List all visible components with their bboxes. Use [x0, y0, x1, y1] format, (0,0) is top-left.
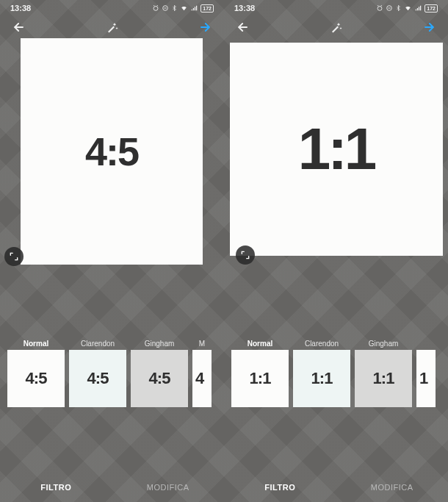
battery-icon: 172	[200, 4, 214, 12]
svg-point-2	[377, 7, 382, 11]
filter-gingham[interactable]: Gingham 4:5	[131, 337, 188, 407]
tab-filter[interactable]: FILTRO	[0, 483, 112, 492]
image-preview[interactable]: 1:1	[230, 43, 443, 256]
bluetooth-icon	[171, 4, 178, 12]
screenshot-left: 13:38 172	[0, 0, 224, 502]
clock: 13:38	[10, 4, 31, 12]
back-button[interactable]	[9, 17, 29, 37]
filter-gingham[interactable]: Gingham 1:1	[355, 337, 412, 407]
bluetooth-icon	[395, 4, 402, 12]
bottom-tabs: FILTRO MODIFICA	[224, 473, 448, 502]
screenshot-right: 13:38 172	[224, 0, 448, 502]
image-preview-area: 1:1	[224, 38, 448, 273]
filter-normal[interactable]: Normal 4:5	[7, 337, 65, 407]
filter-thumbnail: 1:1	[355, 350, 412, 407]
magic-wand-button[interactable]	[102, 17, 123, 37]
filter-label: Normal	[248, 337, 272, 350]
filter-label: Clarendon	[305, 337, 339, 350]
filter-thumbnail: 4	[192, 350, 212, 407]
dnd-icon	[386, 4, 393, 12]
next-button[interactable]	[195, 17, 215, 37]
tab-filter[interactable]: FILTRO	[224, 483, 336, 492]
filter-strip[interactable]: Normal 1:1 Clarendon 1:1 Gingham 1:1 1	[224, 337, 448, 416]
status-bar: 13:38 172	[224, 0, 448, 16]
filter-label: Clarendon	[81, 337, 115, 350]
filter-label: M	[199, 337, 205, 350]
toolbar	[224, 16, 448, 38]
filter-label: Normal	[24, 337, 48, 350]
filter-thumbnail: 1:1	[293, 350, 350, 407]
expand-crop-button[interactable]	[4, 247, 24, 266]
svg-point-0	[153, 7, 158, 11]
filter-thumbnail: 1:1	[231, 350, 289, 407]
filter-thumbnail: 4:5	[7, 350, 65, 407]
filter-clarendon[interactable]: Clarendon 4:5	[69, 337, 126, 407]
filter-thumbnail: 4:5	[131, 350, 188, 407]
alarm-icon	[152, 4, 159, 12]
dnd-icon	[162, 4, 169, 12]
toolbar	[0, 16, 224, 38]
image-preview-area: 4:5	[0, 38, 224, 273]
tab-edit[interactable]: MODIFICA	[336, 483, 449, 492]
wifi-icon	[404, 4, 412, 12]
status-bar: 13:38 172	[0, 0, 224, 16]
filter-moon[interactable]: 1	[416, 337, 436, 407]
signal-icon	[190, 4, 198, 12]
bottom-tabs: FILTRO MODIFICA	[0, 473, 224, 502]
signal-icon	[414, 4, 422, 12]
expand-crop-button[interactable]	[236, 245, 255, 265]
filter-strip[interactable]: Normal 4:5 Clarendon 4:5 Gingham 4:5 M 4	[0, 337, 224, 416]
filter-normal[interactable]: Normal 1:1	[231, 337, 289, 407]
wifi-icon	[180, 4, 188, 12]
clock: 13:38	[234, 4, 255, 12]
aspect-ratio-label: 1:1	[298, 115, 375, 183]
status-icons: 172	[152, 4, 214, 12]
back-button[interactable]	[233, 17, 253, 37]
filter-moon[interactable]: M 4	[192, 337, 212, 407]
image-preview[interactable]: 4:5	[21, 38, 203, 265]
magic-wand-button[interactable]	[326, 17, 347, 37]
status-icons: 172	[376, 4, 438, 12]
filter-label: Gingham	[145, 337, 175, 350]
battery-icon: 172	[424, 4, 438, 12]
filter-thumbnail: 4:5	[69, 350, 126, 407]
aspect-ratio-label: 4:5	[85, 129, 138, 174]
next-button[interactable]	[419, 17, 439, 37]
filter-thumbnail: 1	[416, 350, 436, 407]
tab-edit[interactable]: MODIFICA	[112, 483, 225, 492]
filter-clarendon[interactable]: Clarendon 1:1	[293, 337, 350, 407]
filter-label: Gingham	[369, 337, 399, 350]
alarm-icon	[376, 4, 383, 12]
